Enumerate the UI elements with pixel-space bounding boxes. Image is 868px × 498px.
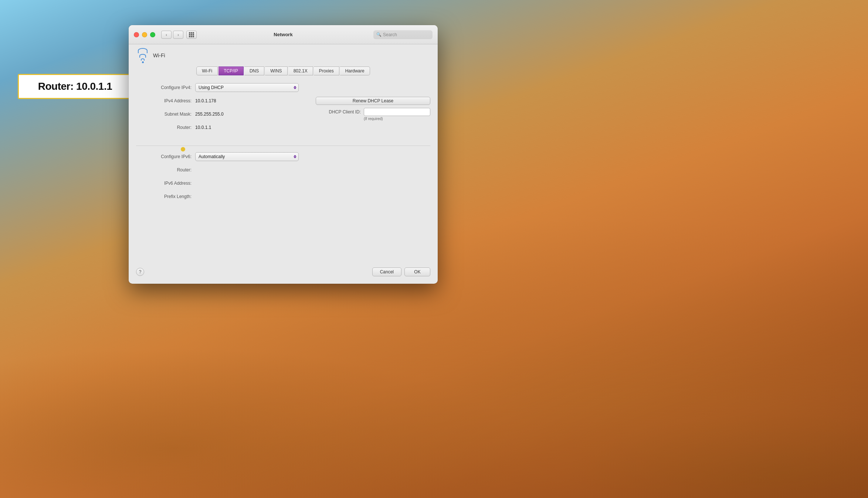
ipv4-section: IPv4 Address: 10.0.1.178 Subnet Mask: 25…: [136, 96, 430, 136]
ipv6-address-row: IPv6 Address:: [136, 178, 430, 188]
configure-ipv4-row: Configure IPv4: Using DHCP: [136, 83, 430, 92]
back-button[interactable]: ‹: [161, 31, 172, 39]
ipv4-address-value: 10.0.1.178: [195, 98, 216, 103]
interface-header: Wi-Fi: [136, 50, 430, 61]
tab-hardware[interactable]: Hardware: [340, 66, 370, 75]
dhcp-client-id-input[interactable]: [364, 108, 430, 116]
configure-ipv4-select-wrapper: Using DHCP: [195, 83, 299, 92]
configure-ipv6-label: Configure IPv6:: [136, 154, 195, 159]
router6-row: Router:: [136, 165, 430, 175]
router-dot: [181, 147, 185, 151]
search-icon: 🔍: [376, 32, 382, 37]
wifi-arc-small: [141, 58, 145, 61]
grid-icon: [189, 32, 194, 37]
configure-ipv4-label: Configure IPv4:: [136, 85, 195, 90]
tab-8021x[interactable]: 802.1X: [288, 66, 313, 75]
titlebar-nav: ‹ ›: [161, 31, 197, 39]
dhcp-client-id-label: DHCP Client ID:: [316, 109, 364, 115]
interface-name: Wi-Fi: [153, 52, 165, 58]
window-body: Wi-Fi Wi-Fi TCP/IP DNS WINS 802.1X Proxi…: [129, 44, 438, 284]
dhcp-client-row: DHCP Client ID:: [316, 108, 430, 116]
ipv4-address-row: IPv4 Address: 10.0.1.178: [136, 96, 312, 106]
ipv4-fields: IPv4 Address: 10.0.1.178 Subnet Mask: 25…: [136, 96, 312, 136]
tcpip-content: Configure IPv4: Using DHCP IPv4 Address:: [136, 83, 430, 263]
cancel-button[interactable]: Cancel: [372, 267, 401, 276]
router6-label: Router:: [136, 167, 195, 173]
forward-button[interactable]: ›: [173, 31, 183, 39]
subnet-mask-row: Subnet Mask: 255.255.255.0: [136, 109, 312, 119]
dhcp-client-group: DHCP Client ID: (If required): [316, 108, 430, 121]
dhcp-right-group: Renew DHCP Lease DHCP Client ID: (If req…: [316, 96, 430, 121]
subnet-mask-value: 255.255.255.0: [195, 112, 224, 117]
search-box[interactable]: 🔍 Search: [373, 30, 433, 39]
configure-ipv6-row: Configure IPv6: Automatically: [136, 152, 430, 161]
tab-tcpip[interactable]: TCP/IP: [218, 66, 244, 75]
ok-button[interactable]: OK: [404, 267, 430, 276]
router-value: 10.0.1.1: [195, 125, 211, 130]
router-row: Router: 10.0.1.1: [136, 123, 312, 132]
annotation-text: Router: 10.0.1.1: [38, 81, 112, 92]
configure-ipv6-select-wrapper: Automatically: [195, 152, 299, 161]
router-label: Router:: [136, 125, 195, 130]
tab-wifi[interactable]: Wi-Fi: [196, 66, 218, 75]
renew-dhcp-button[interactable]: Renew DHCP Lease: [316, 97, 430, 105]
dhcp-hint: (If required): [364, 117, 383, 121]
bottom-bar: ? Cancel OK: [136, 263, 430, 278]
ipv6-address-label: IPv6 Address:: [136, 181, 195, 186]
wifi-waves: [138, 48, 148, 63]
prefix-length-label: Prefix Length:: [136, 194, 195, 199]
configure-ipv4-select[interactable]: Using DHCP: [195, 83, 299, 92]
tab-proxies[interactable]: Proxies: [314, 66, 339, 75]
wifi-icon: [136, 50, 149, 61]
ipv4-address-label: IPv4 Address:: [136, 98, 195, 103]
traffic-lights: [134, 32, 155, 37]
tab-dns[interactable]: DNS: [244, 66, 264, 75]
wifi-arc-medium: [139, 54, 146, 58]
minimize-button[interactable]: [142, 32, 147, 37]
grid-button[interactable]: [186, 31, 197, 39]
tabs-bar: Wi-Fi TCP/IP DNS WINS 802.1X Proxies Har…: [136, 66, 430, 75]
wifi-arc-large: [138, 48, 148, 53]
annotation-box: Router: 10.0.1.1: [18, 74, 132, 99]
help-button[interactable]: ?: [136, 268, 144, 276]
maximize-button[interactable]: [150, 32, 155, 37]
tab-wins[interactable]: WINS: [265, 66, 287, 75]
wifi-dot: [142, 61, 144, 63]
subnet-mask-label: Subnet Mask:: [136, 112, 195, 117]
window-title: Network: [274, 32, 292, 37]
titlebar: ‹ › Network 🔍 Search: [129, 25, 438, 44]
close-button[interactable]: [134, 32, 139, 37]
configure-ipv6-select[interactable]: Automatically: [195, 152, 299, 161]
prefix-length-row: Prefix Length:: [136, 192, 430, 201]
search-placeholder: Search: [383, 32, 397, 37]
separator: [136, 146, 430, 146]
network-window: ‹ › Network 🔍 Search: [129, 25, 438, 284]
